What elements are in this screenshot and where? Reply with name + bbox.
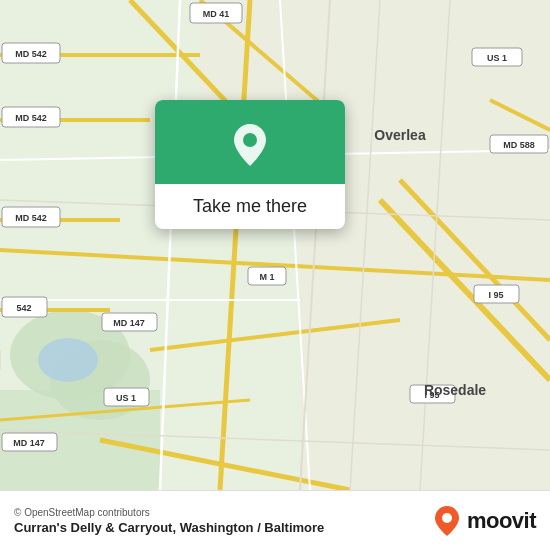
svg-text:M 1: M 1 xyxy=(259,272,274,282)
svg-text:Rosedale: Rosedale xyxy=(424,382,486,398)
svg-text:MD 41: MD 41 xyxy=(203,9,230,19)
popup-header xyxy=(155,100,345,184)
svg-text:MD 588: MD 588 xyxy=(503,140,535,150)
svg-text:MD 542: MD 542 xyxy=(15,113,47,123)
svg-point-59 xyxy=(243,133,257,147)
location-pin-icon xyxy=(230,122,270,168)
popup-label[interactable]: Take me there xyxy=(155,184,345,229)
map-svg: MD 542 MD 542 MD 542 542 MD 41 M 1 US 1 … xyxy=(0,0,550,490)
svg-text:US 1: US 1 xyxy=(116,393,136,403)
bottom-left: © OpenStreetMap contributors Curran's De… xyxy=(14,507,324,535)
map-container: MD 542 MD 542 MD 542 542 MD 41 M 1 US 1 … xyxy=(0,0,550,490)
popup[interactable]: Take me there xyxy=(155,100,345,229)
svg-point-58 xyxy=(38,338,98,382)
svg-text:MD 147: MD 147 xyxy=(13,438,45,448)
svg-text:I 95: I 95 xyxy=(488,290,503,300)
svg-text:MD 147: MD 147 xyxy=(113,318,145,328)
svg-text:MD 542: MD 542 xyxy=(15,213,47,223)
svg-text:US 1: US 1 xyxy=(487,53,507,63)
copyright-text: © OpenStreetMap contributors xyxy=(14,507,324,518)
moovit-logo: moovit xyxy=(433,505,536,537)
moovit-pin-icon xyxy=(433,505,461,537)
bottom-bar: © OpenStreetMap contributors Curran's De… xyxy=(0,490,550,550)
svg-text:MD 542: MD 542 xyxy=(15,49,47,59)
place-name: Curran's Delly & Carryout, Washington / … xyxy=(14,520,324,535)
svg-point-60 xyxy=(442,513,452,523)
moovit-text: moovit xyxy=(467,508,536,534)
svg-text:542: 542 xyxy=(16,303,31,313)
svg-text:Overlea: Overlea xyxy=(374,127,426,143)
